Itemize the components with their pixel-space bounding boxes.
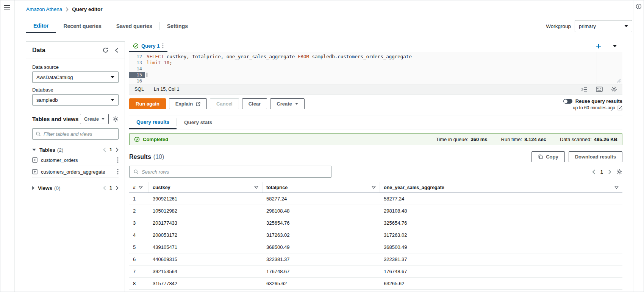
workgroup-select[interactable]: primary (575, 20, 632, 32)
table-item-label: customer_orders (41, 157, 78, 163)
table-item-customers-orders-aggregate[interactable]: customers_orders_aggregate (32, 166, 119, 178)
results-page-number[interactable]: 1 (600, 169, 603, 175)
table-cell: 63265.62 (380, 281, 622, 286)
page-prev-icon[interactable] (103, 148, 106, 152)
database-value: sampledb (36, 97, 58, 103)
success-check-icon (134, 137, 140, 142)
chevron-down-icon (32, 149, 36, 151)
views-page-number[interactable]: 1 (109, 185, 112, 191)
download-results-button[interactable]: Download results (569, 151, 622, 162)
filter-tables-input[interactable]: Filter tables and views (32, 128, 119, 140)
tab-settings[interactable]: Settings (160, 19, 195, 33)
filter-funnel-icon[interactable] (372, 186, 376, 189)
code-line[interactable]: 13limit 10; (129, 60, 622, 66)
table-row[interactable]: 6440609315322381.37322381.37 (129, 253, 622, 266)
tab-query-stats[interactable]: Query stats (177, 115, 219, 129)
database-select[interactable]: sampledb (32, 94, 119, 106)
filter-funnel-icon[interactable] (254, 186, 258, 189)
reuse-query-results-control: Reuse query results up to 60 minutes ago (563, 98, 622, 110)
data-source-label: Data source (32, 64, 119, 70)
stat-label: Run time: (501, 137, 522, 142)
keyboard-shortcuts-icon[interactable] (596, 87, 603, 92)
page-content: Amazon Athena Query editor Editor Recent… (15, 0, 633, 292)
run-again-button[interactable]: Run again (129, 98, 166, 109)
table-cell: 317263.02 (263, 232, 380, 238)
query-tab-1[interactable]: Query 1 (129, 40, 167, 52)
left-nav-rail (0, 0, 15, 292)
tab-editor[interactable]: Editor (26, 19, 56, 33)
column-label: custkey (153, 185, 170, 190)
table-row[interactable]: 916304832168437.56168437.56 (129, 290, 622, 292)
clear-button[interactable]: Clear (242, 98, 267, 109)
kebab-menu-icon[interactable] (162, 43, 164, 48)
format-query-icon[interactable] (581, 87, 588, 92)
search-rows-input[interactable]: Search rows (129, 166, 331, 178)
create-table-button[interactable]: Create (80, 114, 109, 124)
column-header-index[interactable]: # (129, 182, 149, 193)
explain-button[interactable]: Explain (169, 98, 207, 109)
code-line[interactable]: 16 (129, 78, 622, 84)
hamburger-menu-icon[interactable] (4, 5, 14, 10)
editor-settings-gear-icon[interactable] (611, 86, 617, 92)
cancel-label: Cancel (216, 101, 233, 107)
filter-funnel-icon[interactable] (614, 186, 619, 189)
page-next-icon[interactable] (116, 186, 119, 190)
table-item-customer-orders[interactable]: customer_orders (32, 154, 119, 166)
page-next-icon[interactable] (608, 169, 611, 174)
edit-icon[interactable] (617, 106, 622, 110)
column-header-one-year-sales-aggregate[interactable]: one_year_sales_aggregate (380, 182, 622, 193)
column-header-totalprice[interactable]: totalprice (263, 182, 380, 193)
stat-label: Time in queue: (436, 137, 469, 142)
expand-plus-icon[interactable] (32, 169, 38, 174)
sql-code-editor[interactable]: 12SELECT custkey, totalprice, one_year_s… (129, 52, 622, 84)
table-row[interactable]: 4208053172317263.02317263.02 (129, 229, 622, 241)
table-cell: 322381.37 (380, 256, 622, 262)
table-row[interactable]: 831577784263265.6263265.62 (129, 278, 622, 290)
kebab-menu-icon[interactable] (117, 169, 119, 175)
breadcrumb-root-link[interactable]: Amazon Athena (26, 6, 62, 12)
views-group-header[interactable]: Views (0) 1 (32, 183, 119, 193)
tables-settings-gear-icon[interactable] (113, 116, 119, 122)
refresh-icon[interactable] (102, 47, 109, 53)
filter-funnel-icon[interactable] (139, 186, 143, 189)
column-header-custkey[interactable]: custkey (149, 182, 263, 193)
tab-query-results[interactable]: Query results (129, 115, 177, 129)
tables-group-label: Tables (39, 147, 55, 153)
table-row[interactable]: 5439105471368500.49368500.49 (129, 241, 622, 253)
kebab-menu-icon[interactable] (117, 157, 119, 163)
tab-list-dropdown-button[interactable] (607, 40, 622, 52)
info-icon[interactable] (636, 3, 642, 9)
column-label: # (133, 185, 136, 190)
editor-resize-grip[interactable] (617, 79, 621, 83)
page-prev-icon[interactable] (103, 186, 106, 190)
download-results-label: Download results (575, 154, 616, 160)
copy-button[interactable]: Copy (531, 151, 565, 162)
external-link-icon (196, 102, 200, 106)
code-line[interactable]: 12SELECT custkey, totalprice, one_year_s… (129, 54, 622, 60)
tables-page-number[interactable]: 1 (109, 147, 112, 152)
code-line[interactable]: 15 (129, 72, 622, 78)
tab-recent-queries[interactable]: Recent queries (56, 19, 108, 33)
page-next-icon[interactable] (116, 148, 119, 152)
collapse-panel-icon[interactable] (115, 48, 119, 53)
code-lines: 12SELECT custkey, totalprice, one_year_s… (129, 54, 622, 84)
table-row[interactable]: 139092126158277.2458277.24 (129, 193, 622, 205)
table-row[interactable]: 2105012982298108.48298108.48 (129, 205, 622, 217)
search-icon (36, 131, 41, 137)
breadcrumb: Amazon Athena Query editor (15, 0, 633, 12)
tables-group-header[interactable]: Tables (2) 1 (32, 145, 119, 154)
results-settings-gear-icon[interactable] (616, 169, 622, 175)
expand-plus-icon[interactable] (32, 157, 38, 163)
check-circle-icon (133, 43, 139, 49)
new-query-tab-button[interactable] (590, 40, 607, 52)
data-source-select[interactable]: AwsDataCatalog (32, 71, 119, 83)
create-dropdown-button[interactable]: Create (270, 98, 304, 109)
tab-saved-queries[interactable]: Saved queries (109, 19, 159, 33)
page-prev-icon[interactable] (592, 169, 596, 174)
table-row[interactable]: 7392153564176748.67176748.67 (129, 266, 622, 278)
results-header: Results (10) Copy Download results (129, 151, 622, 162)
reuse-results-toggle[interactable] (563, 99, 572, 104)
results-tab-bar: Query results Query stats (129, 115, 622, 129)
table-row[interactable]: 3203177433325654.76325654.76 (129, 217, 622, 229)
code-line[interactable]: 14 (129, 66, 622, 72)
